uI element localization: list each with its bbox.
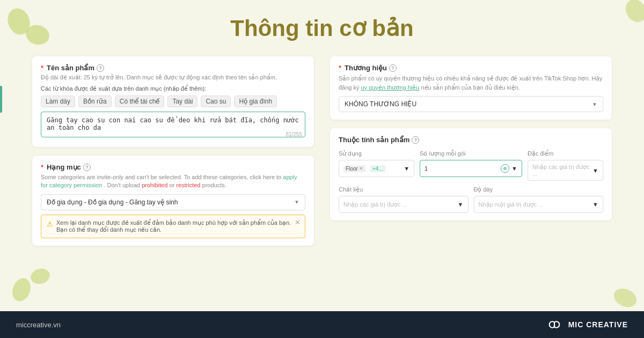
svg-point-6 — [503, 167, 507, 170]
keywords-bar: Làm dày Bồn rửa Có thể tái chế Tay dài C… — [41, 95, 305, 107]
attr-chat-lieu-col: Chất liệu Nhập các giá trị được ... ▼ — [339, 186, 469, 213]
page-title-container: Thông tin cơ bản — [0, 0, 644, 51]
su-dung-chevron-icon: ▼ — [404, 165, 409, 172]
chat-lieu-label: Chất liệu — [339, 186, 469, 193]
footer-brand-text: MIC CREATIVE — [568, 320, 628, 329]
svg-point-3 — [11, 276, 34, 304]
attr-dac-diem-col: Đặc điểm Nhập các giá trị được ... ▼ — [528, 150, 603, 181]
attr-so-luong-col: Số lượng mỗi gói ▼ — [420, 150, 522, 181]
brand-description: Sản phẩm có uy quyền thương hiệu có nhiề… — [339, 74, 603, 92]
attributes-info-icon[interactable]: ? — [412, 136, 419, 144]
attributes-title-text: Thuộc tính sản phẩm — [339, 136, 409, 144]
do-day-placeholder: Nhập một giá trị được ... — [479, 201, 544, 208]
product-name-section: * Tên sản phẩm ? Độ dài đề xuất: 25 ký t… — [32, 56, 314, 147]
floor-tag: Floor ✕ — [343, 165, 365, 172]
su-dung-content: Floor ✕ +4... — [343, 165, 385, 172]
chat-lieu-placeholder: Nhập các giá trị được ... — [343, 201, 407, 208]
category-label-text: Hạng mục — [47, 163, 81, 171]
su-dung-label: Sử dụng — [339, 150, 414, 157]
product-name-text: Tên sản phẩm — [47, 64, 94, 72]
product-name-hint: Độ dài đề xuất: 25 ký tự trở lên. Danh m… — [41, 74, 305, 81]
char-count: 81/255 — [286, 131, 302, 137]
brand-authorization-link[interactable]: uy quyền thương hiệu — [361, 84, 420, 91]
keyword-tag-3[interactable]: Tay dài — [167, 95, 197, 107]
dac-diem-select[interactable]: Nhập các giá trị được ... ▼ — [528, 160, 603, 181]
dac-diem-placeholder: Nhập các giá trị được ... — [532, 164, 592, 177]
brand-section: * Thương hiệu ? Sản phẩm có uy quyền thư… — [330, 56, 612, 120]
decorative-blob-br — [606, 266, 639, 308]
required-star-brand: * — [339, 64, 341, 72]
category-hint-or: or — [169, 182, 176, 188]
footer-website: miccreative.vn — [16, 321, 61, 329]
left-panel: * Tên sản phẩm ? Độ dài đề xuất: 25 ký t… — [32, 56, 314, 246]
attr-su-dung-col: Sử dụng Floor ✕ +4... ▼ — [339, 150, 414, 181]
category-select[interactable]: Đồ gia dụng - Đồ gia dụng - Găng tay vệ … — [41, 194, 305, 210]
floor-tag-remove[interactable]: ✕ — [359, 166, 363, 171]
do-day-chevron-icon: ▼ — [592, 201, 598, 208]
product-name-input[interactable]: Găng tay cao su con nai cao su để deo kh… — [41, 112, 305, 137]
dac-diem-label: Đặc điểm — [528, 150, 603, 157]
footer-logo — [545, 319, 564, 330]
brand-desc-line2: nếu sản phẩm của bạn đủ điều kiện. — [421, 84, 519, 91]
attr-do-day-col: Độ dày Nhập một giá trị được ... ▼ — [474, 186, 604, 213]
dac-diem-chevron-icon: ▼ — [592, 167, 598, 174]
category-hint-line3: products. — [202, 182, 226, 188]
chat-lieu-chevron-icon: ▼ — [458, 201, 464, 208]
main-content: * Tên sản phẩm ? Độ dài đề xuất: 25 ký t… — [0, 56, 644, 246]
required-star-category: * — [41, 163, 43, 171]
attributes-section: Thuộc tính sản phẩm ? Sử dụng Floor ✕ +4… — [330, 128, 612, 221]
product-name-label: * Tên sản phẩm ? — [41, 64, 305, 72]
so-luong-input[interactable] — [425, 165, 499, 172]
brand-chevron-icon: ▼ — [592, 101, 597, 107]
required-star: * — [41, 64, 43, 72]
su-dung-count: +4... — [370, 165, 385, 172]
category-value: Đồ gia dụng - Đồ gia dụng - Găng tay vệ … — [47, 199, 178, 206]
so-luong-chevron-icon: ▼ — [511, 165, 517, 172]
so-luong-label: Số lượng mỗi gói — [420, 150, 522, 157]
footer-brand: MIC CREATIVE — [545, 319, 628, 330]
category-hint-line2: . Don't upload — [104, 182, 142, 188]
category-hint: Some categories are invite-only and can'… — [41, 173, 305, 190]
warning-text: Xem lại danh mục được đề xuất để đảm bảo… — [56, 219, 299, 233]
attributes-title: Thuộc tính sản phẩm ? — [339, 136, 603, 144]
do-day-select[interactable]: Nhập một giá trị được ... ▼ — [474, 196, 604, 213]
warning-icon: ⚠ — [47, 220, 53, 228]
brand-select[interactable]: KHÔNG THƯƠNG HIỆU ▼ — [339, 96, 603, 112]
brand-label: * Thương hiệu ? — [339, 64, 603, 72]
spin-icon — [501, 164, 509, 173]
decorative-blob-bl — [11, 263, 54, 306]
product-name-input-wrapper: Găng tay cao su con nai cao su để deo kh… — [41, 112, 305, 139]
keyword-tag-4[interactable]: Cao su — [201, 95, 231, 107]
svg-point-5 — [611, 285, 639, 308]
prohibited-link[interactable]: prohibited — [142, 182, 167, 188]
warning-close-button[interactable]: ✕ — [295, 218, 301, 226]
keyword-tag-2[interactable]: Có thể tái chế — [115, 95, 165, 107]
keyword-tag-1[interactable]: Bồn rửa — [78, 95, 112, 107]
su-dung-select[interactable]: Floor ✕ +4... ▼ — [339, 160, 414, 177]
chat-lieu-select[interactable]: Nhập các giá trị được ... ▼ — [339, 196, 469, 213]
attributes-row-2: Chất liệu Nhập các giá trị được ... ▼ Độ… — [339, 186, 603, 213]
category-section: * Hạng mục ? Some categories are invite-… — [32, 156, 314, 246]
page-title: Thông tin cơ bản — [0, 15, 644, 41]
restricted-link[interactable]: restricted — [176, 182, 200, 188]
so-luong-input-wrapper: ▼ — [420, 160, 522, 177]
do-day-label: Độ dày — [474, 186, 604, 193]
keyword-tag-5[interactable]: Hộ gia đình — [234, 95, 277, 107]
warning-box: ⚠ Xem lại danh mục được đề xuất để đảm b… — [41, 215, 305, 238]
keyword-tag-0[interactable]: Làm dày — [41, 95, 75, 107]
footer: miccreative.vn MIC CREATIVE — [0, 311, 644, 338]
right-panel: * Thương hiệu ? Sản phẩm có uy quyền thư… — [330, 56, 612, 246]
svg-point-4 — [29, 267, 52, 286]
left-accent-stripe — [0, 86, 2, 113]
attributes-row-1: Sử dụng Floor ✕ +4... ▼ Số lượng mỗi — [339, 150, 603, 181]
brand-label-text: Thương hiệu — [345, 64, 387, 72]
category-chevron-icon: ▼ — [294, 199, 299, 205]
product-name-info-icon[interactable]: ? — [97, 64, 104, 72]
category-label: * Hạng mục ? — [41, 163, 305, 171]
mic-creative-logo-icon — [545, 319, 564, 330]
category-info-icon[interactable]: ? — [83, 164, 91, 171]
keywords-label: Các từ khóa được đề xuất dựa trên danh m… — [41, 85, 305, 92]
brand-info-icon[interactable]: ? — [389, 64, 397, 72]
brand-value: KHÔNG THƯƠNG HIỆU — [345, 100, 416, 108]
category-hint-line1: Some categories are invite-only and can'… — [41, 174, 283, 180]
